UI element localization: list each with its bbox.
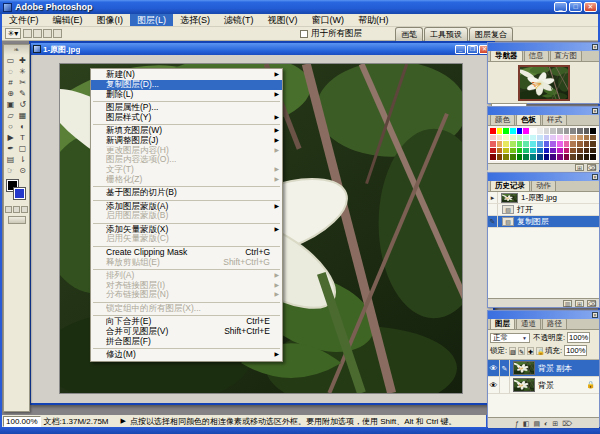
- status-popup-arrow-icon[interactable]: ▶: [121, 417, 126, 425]
- layer-menu-item-35[interactable]: 修边(M)▶: [91, 350, 282, 360]
- new-swatch-icon[interactable]: ⊞: [575, 164, 584, 171]
- fill-field[interactable]: 100%: [564, 345, 587, 356]
- delete-layer-icon[interactable]: ⌦: [562, 419, 572, 428]
- menu-item-5[interactable]: 滤镜(T): [217, 14, 261, 26]
- minimize-button[interactable]: _: [554, 2, 567, 12]
- layers-tab-2[interactable]: 路径: [542, 318, 567, 329]
- window-titlebar[interactable]: Adobe Photoshop _ □ ✕: [0, 0, 600, 14]
- navigator-close-icon[interactable]: ×: [592, 44, 598, 50]
- type-tool[interactable]: T: [17, 132, 29, 143]
- history-snapshot-row[interactable]: ▸1-原图.jpg: [488, 192, 599, 204]
- color-swatch[interactable]: [523, 154, 530, 161]
- color-swatch[interactable]: [537, 154, 544, 161]
- subtract-selection-mode-button[interactable]: [43, 29, 52, 38]
- layer-menu-item-0[interactable]: 新建(N)▶: [91, 70, 282, 80]
- hand-tool[interactable]: ☞: [5, 165, 17, 176]
- dodge-tool[interactable]: ◐: [17, 121, 29, 132]
- history-brush-marker[interactable]: ✎: [488, 216, 498, 227]
- menu-item-4[interactable]: 选择(S): [173, 14, 217, 26]
- history-tab-1[interactable]: 动作: [531, 180, 556, 191]
- history-brush-marker[interactable]: [488, 204, 498, 215]
- menu-item-1[interactable]: 编辑(E): [46, 14, 90, 26]
- toolbox-grip[interactable]: ❧: [4, 45, 29, 55]
- layer-set-icon[interactable]: ▤: [533, 419, 540, 428]
- layers-tab-1[interactable]: 通道: [516, 318, 541, 329]
- color-swatch[interactable]: [544, 154, 551, 161]
- zoom-tool[interactable]: ⊙: [17, 165, 29, 176]
- layer-menu-item-1[interactable]: 复制图层(D)...: [91, 80, 282, 90]
- lasso-tool[interactable]: ◌: [5, 66, 17, 77]
- layer-menu-item-19[interactable]: 添加矢量蒙版(X)▶: [91, 225, 282, 235]
- navigator-tab-2[interactable]: 直方图: [550, 50, 583, 61]
- brush-tool[interactable]: ✎: [17, 88, 29, 99]
- lock-position-icon[interactable]: ✚: [527, 347, 534, 355]
- history-brush-tool[interactable]: ↺: [17, 99, 29, 110]
- color-swatch[interactable]: [503, 154, 510, 161]
- intersect-selection-mode-button[interactable]: [53, 29, 62, 38]
- move-tool[interactable]: ✚: [17, 55, 29, 66]
- history-close-icon[interactable]: ×: [592, 174, 598, 180]
- color-swatch[interactable]: [577, 154, 584, 161]
- slice-tool[interactable]: ✂: [17, 77, 29, 88]
- adjustment-layer-icon[interactable]: ◐: [544, 419, 548, 428]
- history-state-row[interactable]: ▧打开: [488, 204, 599, 216]
- menu-item-7[interactable]: 窗口(W): [305, 14, 352, 26]
- doc-minimize-button[interactable]: _: [455, 45, 466, 54]
- menu-item-6[interactable]: 视图(V): [261, 14, 305, 26]
- doc-restore-button[interactable]: ❐: [467, 45, 478, 54]
- navigator-proxy-view[interactable]: [518, 65, 570, 101]
- path-selection-tool[interactable]: ▶: [5, 132, 17, 143]
- color-swatch[interactable]: [570, 154, 577, 161]
- layers-close-icon[interactable]: ×: [592, 312, 598, 318]
- menu-item-2[interactable]: 图像(I): [90, 14, 131, 26]
- layer-style-icon[interactable]: ƒ: [515, 419, 519, 428]
- magic-wand-tool[interactable]: ✳: [17, 66, 29, 77]
- palette-well-tab-0[interactable]: 画笔: [395, 27, 423, 41]
- paintbrush-icon[interactable]: ✎: [500, 360, 510, 376]
- document-titlebar[interactable]: 1-原图.jpg _ ❐ ✕: [31, 43, 493, 55]
- blur-tool[interactable]: ○: [5, 121, 17, 132]
- use-all-layers-checkbox[interactable]: [300, 30, 308, 38]
- history-source-marker[interactable]: ▸: [488, 192, 498, 203]
- swatches-panel-titlebar[interactable]: ×: [488, 107, 599, 115]
- rectangular-marquee-tool[interactable]: ▭: [5, 55, 17, 66]
- eraser-tool[interactable]: ▱: [5, 110, 17, 121]
- menu-item-0[interactable]: 文件(F): [2, 14, 46, 26]
- navigator-tab-0[interactable]: 导航器: [490, 50, 523, 61]
- swatches-tab-0[interactable]: 颜色: [490, 114, 515, 125]
- color-swatch[interactable]: [530, 154, 537, 161]
- close-button[interactable]: ✕: [584, 2, 597, 12]
- color-swatch[interactable]: [490, 154, 497, 161]
- visibility-eye-icon[interactable]: 👁: [488, 360, 500, 376]
- layer-mask-icon[interactable]: ◧: [523, 419, 530, 428]
- swatches-close-icon[interactable]: ×: [592, 108, 598, 114]
- add-selection-mode-button[interactable]: [33, 29, 42, 38]
- standard-screen-mode-button[interactable]: [5, 206, 12, 213]
- color-swatch[interactable]: [584, 154, 591, 161]
- layer-menu-item-32[interactable]: 合并可见图层(V)Shift+Ctrl+E: [91, 327, 282, 337]
- lock-paint-icon[interactable]: ✎: [518, 347, 525, 355]
- color-swatch[interactable]: [557, 154, 564, 161]
- layer-menu-item-7[interactable]: 新填充图层(W)▶: [91, 126, 282, 136]
- color-swatch[interactable]: [510, 154, 517, 161]
- new-layer-icon[interactable]: ⊞: [552, 419, 558, 428]
- layer-menu-item-5[interactable]: 图层样式(Y)▶: [91, 113, 282, 123]
- history-state-row[interactable]: ✎▧复制图层: [488, 216, 599, 228]
- pen-tool[interactable]: ✒: [5, 143, 17, 154]
- gradient-tool[interactable]: ▦: [17, 110, 29, 121]
- status-zoom-field[interactable]: 100.00%: [3, 416, 41, 427]
- color-swatch[interactable]: [564, 154, 571, 161]
- menu-item-8[interactable]: 帮助(H): [351, 14, 396, 26]
- color-swatch[interactable]: [497, 154, 504, 161]
- magic-wand-option-icon[interactable]: ✳▾: [5, 28, 21, 39]
- visibility-eye-icon[interactable]: 👁: [488, 377, 500, 393]
- new-selection-mode-button[interactable]: [23, 29, 32, 38]
- palette-well-tab-1[interactable]: 工具预设: [424, 27, 468, 41]
- layer-menu-item-14[interactable]: 基于图层的切片(B): [91, 188, 282, 198]
- layers-tab-0[interactable]: 图层: [490, 318, 515, 329]
- fullscreen-with-menu-mode-button[interactable]: [13, 206, 20, 213]
- layer-menu-item-16[interactable]: 添加图层蒙版(A)▶: [91, 202, 282, 212]
- healing-brush-tool[interactable]: ⊕: [5, 88, 17, 99]
- clone-stamp-tool[interactable]: ▣: [5, 99, 17, 110]
- new-document-from-state-icon[interactable]: ▥: [563, 300, 572, 307]
